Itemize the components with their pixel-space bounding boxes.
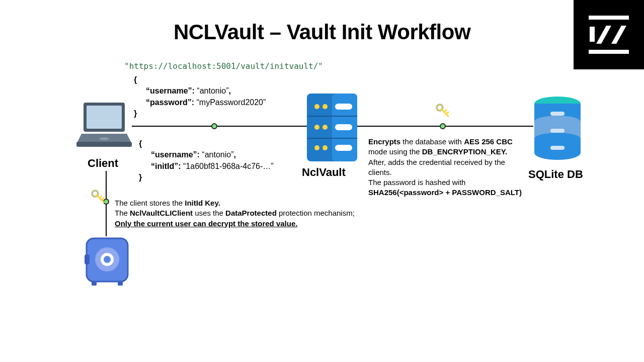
svg-rect-43 [85,254,90,264]
txt: Encrypts [368,137,400,146]
txt: DataProtected [225,209,277,217]
encryption-key-icon [435,103,450,118]
svg-rect-19 [335,124,352,130]
connector-dot [211,123,217,129]
svg-rect-1 [589,50,629,54]
svg-rect-6 [87,106,122,129]
vault-safe-icon [85,236,130,287]
svg-point-33 [437,105,443,111]
svg-point-40 [104,256,111,263]
json-row: username:antonio, [139,149,274,160]
svg-point-16 [314,145,319,150]
svg-point-14 [314,125,319,130]
txt: protection mechanism; [277,209,355,217]
txt: After, adds the credential received by t… [368,158,505,176]
brace-close: } [139,172,274,183]
txt: The password is hashed with [368,178,465,187]
nclvault-server-icon [307,94,357,161]
svg-point-28 [534,133,581,145]
txt: Only the current user can decrypt the st… [115,219,297,228]
svg-point-13 [323,104,328,109]
svg-rect-22 [307,138,357,139]
endpoint-url: "https://localhost:5001/vault/initvault/… [124,61,323,71]
svg-point-12 [314,104,319,109]
txt: The [115,209,130,217]
svg-rect-21 [307,116,357,117]
svg-rect-30 [550,129,565,133]
brand-logo-icon [584,10,634,60]
json-row: password:myPassword2020 [134,97,266,108]
client-storage-description: The client stores the InitId Key. The Nc… [115,198,376,229]
json-row: initId:1a60bf81-968a-4c76-… [139,161,274,172]
svg-point-9 [99,137,109,140]
response-json: { username:antonio, initId:1a60bf81-968a… [139,138,274,184]
brace-open: { [134,74,266,85]
svg-rect-20 [335,145,352,151]
connector-dot [440,123,446,129]
txt: The client stores the [115,199,185,207]
json-key: initId [151,162,178,170]
json-val: 1a60bf81-968a-4c76-… [181,162,274,170]
request-json: { username:antonio, password:myPassword2… [134,74,266,120]
txt: NclVaultCLIClient [130,209,193,217]
svg-rect-2 [590,27,595,42]
json-val: antonio [195,86,229,95]
json-key: password [146,98,192,107]
json-val: antonio [200,150,234,159]
txt: DB_ENCRYPTION_KEY. [422,147,507,156]
svg-rect-31 [550,146,565,150]
txt: uses the [193,209,225,217]
brace-open: { [139,138,274,149]
client-laptop-icon [76,101,132,151]
json-key: username [146,86,192,95]
json-key: username [151,150,197,159]
svg-rect-18 [335,104,352,110]
sqlite-db-icon [533,96,582,161]
brace-close: } [134,108,266,119]
json-row: username:antonio, [134,85,266,97]
svg-point-15 [323,125,328,130]
encryption-key-icon [91,189,106,204]
txt: mode using the [368,147,422,156]
client-label: Client [88,157,118,170]
svg-rect-0 [589,16,629,20]
page-title: NCLVault – Vault Init Workflow [0,20,644,44]
svg-point-27 [534,116,581,128]
json-val: myPassword2020 [194,98,266,107]
svg-point-17 [323,145,328,150]
txt: AES 256 CBC [464,137,513,146]
svg-marker-3 [596,26,611,44]
svg-rect-8 [76,142,132,147]
sqlite-db-label: SQLite DB [528,168,583,181]
connector-client-vault [132,126,307,127]
brand-logo [574,0,644,69]
txt: InitId Key. [185,199,220,207]
nclvault-label: NclVault [302,166,346,179]
db-encryption-description: Encrypts the database with AES 256 CBC m… [368,137,529,198]
svg-rect-41 [92,282,97,286]
svg-point-35 [92,191,98,197]
svg-rect-29 [550,112,565,116]
txt: the database with [400,137,464,146]
svg-marker-4 [611,26,626,44]
txt: SHA256(<password> + PASSWORD_SALT) [368,188,522,197]
svg-rect-42 [118,282,123,286]
